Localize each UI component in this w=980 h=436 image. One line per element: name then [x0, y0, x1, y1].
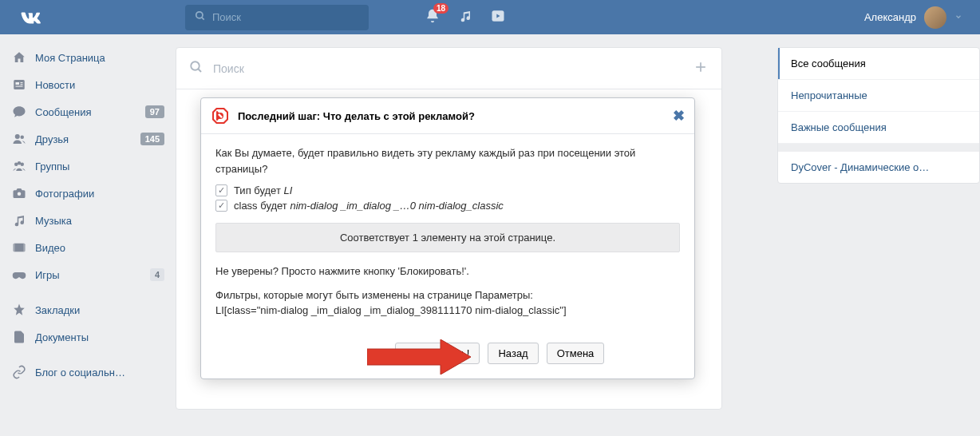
filter-important[interactable]: Важные сообщения	[778, 112, 979, 144]
news-icon	[11, 77, 27, 93]
svg-line-18	[198, 69, 201, 72]
stop-icon	[211, 106, 230, 125]
docs-icon	[11, 329, 27, 345]
nav-label: Группы	[35, 161, 69, 172]
messages-search-input[interactable]	[213, 62, 693, 75]
nav-label: Сообщения	[35, 106, 92, 118]
nav-friends[interactable]: Друзья 145	[0, 125, 176, 153]
nav-label: Друзья	[35, 133, 69, 145]
search-icon	[195, 10, 206, 24]
nav-photos[interactable]: Фотографии	[0, 180, 176, 207]
checkbox-icon: ✓	[215, 200, 227, 212]
nav-badge: 4	[150, 268, 164, 281]
filter-dycover[interactable]: DyCover - Динамические о…	[778, 144, 979, 183]
nav-groups[interactable]: Группы	[0, 153, 176, 180]
cancel-button[interactable]: Отмена	[547, 343, 605, 364]
nav-label: Игры	[35, 269, 60, 281]
svg-point-0	[196, 12, 203, 18]
friends-icon	[11, 131, 27, 147]
nav-docs[interactable]: Документы	[0, 323, 176, 351]
filter-all-messages[interactable]: Все сообщения	[778, 48, 979, 80]
games-icon	[11, 267, 27, 283]
user-menu[interactable]: Александр	[864, 6, 970, 29]
nav-my-page[interactable]: Моя Страница	[0, 44, 176, 71]
highlight-arrow-icon	[367, 339, 471, 377]
messages-icon	[11, 104, 27, 120]
back-button[interactable]: Назад	[488, 343, 538, 364]
svg-rect-7	[16, 86, 23, 87]
match-banner: Соответствует 1 элементу на этой страниц…	[215, 223, 680, 252]
nav-label: Документы	[35, 331, 89, 343]
left-nav: Моя Страница Новости Сообщения 97 Друзья…	[0, 34, 176, 410]
svg-point-12	[18, 161, 22, 165]
dialog-question: Как Вы думаете, будет правильно видеть э…	[215, 145, 680, 176]
nav-label: Музыка	[35, 215, 72, 227]
messages-search-row	[176, 48, 721, 89]
username: Александр	[864, 11, 916, 23]
nav-messages[interactable]: Сообщения 97	[0, 98, 176, 125]
top-header: 18 Александр	[0, 0, 980, 34]
checkbox-class[interactable]: ✓ class будет nim-dialog _im_dialog _…0 …	[215, 200, 680, 212]
nav-label: Фотографии	[35, 188, 94, 200]
filter-unread[interactable]: Непрочитанные	[778, 80, 979, 112]
header-search-input[interactable]	[212, 11, 359, 23]
svg-rect-6	[21, 84, 23, 85]
svg-rect-15	[14, 244, 15, 252]
chevron-down-icon	[954, 11, 962, 23]
nav-news[interactable]: Новости	[0, 71, 176, 98]
nav-badge: 97	[145, 105, 164, 118]
unsure-text: Не уверены? Просто нажмите кнопку 'Блоки…	[215, 264, 680, 279]
music-nav-icon	[11, 212, 27, 228]
notification-badge: 18	[433, 3, 449, 14]
music-icon[interactable]	[458, 9, 472, 26]
svg-rect-16	[23, 244, 25, 252]
play-icon[interactable]	[490, 8, 506, 26]
bookmarks-icon	[11, 302, 27, 318]
avatar	[924, 6, 946, 29]
svg-point-8	[15, 134, 20, 139]
close-icon[interactable]: ✖	[673, 107, 685, 125]
video-icon	[11, 240, 27, 256]
svg-point-17	[191, 61, 200, 70]
nav-blog-link[interactable]: Блог о социальн…	[0, 359, 176, 386]
svg-point-13	[18, 192, 22, 196]
check-label: class будет nim-dialog _im_dialog _…0 ni…	[234, 200, 504, 212]
checkbox-type[interactable]: ✓ Тип будет LI	[215, 184, 680, 196]
nav-bookmarks[interactable]: Закладки	[0, 296, 176, 323]
plus-icon[interactable]	[693, 59, 709, 77]
search-icon	[189, 60, 204, 77]
nav-label: Моя Страница	[35, 52, 105, 64]
dialog-title: Последний шаг: Что делать с этой рекламо…	[238, 110, 673, 122]
nav-label: Новости	[35, 79, 75, 91]
nav-music[interactable]: Музыка	[0, 207, 176, 234]
filters-text: Фильтры, которые могут быть изменены на …	[215, 287, 680, 319]
vk-logo-icon[interactable]	[19, 6, 41, 29]
svg-line-1	[202, 18, 204, 20]
svg-rect-5	[21, 82, 23, 83]
photos-icon	[11, 185, 27, 201]
nav-games[interactable]: Игры 4	[0, 261, 176, 288]
main-column: Последний шаг: Что делать с этой рекламо…	[176, 34, 765, 410]
check-label: Тип будет LI	[234, 184, 292, 196]
notifications-icon[interactable]: 18	[425, 8, 441, 26]
nav-label: Видео	[35, 242, 65, 254]
nav-video[interactable]: Видео	[0, 234, 176, 261]
link-icon	[11, 364, 27, 380]
header-search[interactable]	[185, 5, 369, 30]
right-column: Все сообщения Непрочитанные Важные сообщ…	[765, 34, 980, 410]
home-icon	[11, 50, 27, 65]
nav-label: Блог о социальн…	[35, 367, 125, 379]
nav-badge: 145	[140, 133, 164, 145]
nav-label: Закладки	[35, 304, 80, 316]
svg-rect-4	[16, 82, 20, 85]
groups-icon	[11, 158, 27, 174]
svg-point-9	[21, 136, 25, 140]
checkbox-icon: ✓	[215, 184, 227, 196]
adblock-dialog: Последний шаг: Что делать с этой рекламо…	[200, 97, 695, 379]
